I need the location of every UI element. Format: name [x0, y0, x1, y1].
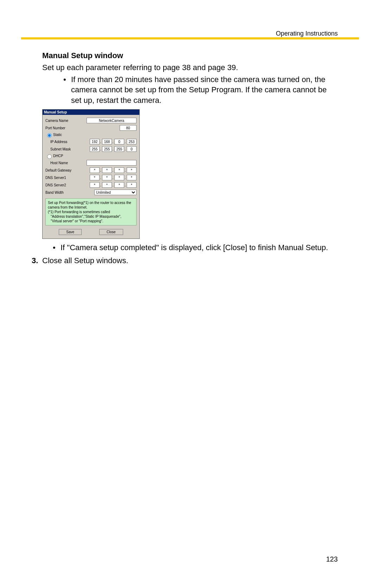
subnet-mask-label: Subnet Mask — [50, 147, 89, 151]
host-name-label: Host Name — [50, 161, 87, 165]
default-gateway-label: Default Gateway — [45, 168, 89, 172]
note-line: "Virtual server" or "Port mapping". — [48, 219, 134, 223]
step-3: 3. Close all Setup windows. — [32, 256, 338, 265]
sn-oct1[interactable] — [90, 146, 100, 152]
dhcp-radio[interactable] — [47, 154, 52, 159]
dns1-oct1[interactable] — [90, 175, 100, 180]
bullet-text: If more than 20 minutes have passed sinc… — [71, 74, 338, 106]
band-width-select[interactable]: Unlimited — [94, 190, 137, 195]
bottom-bullets: • If "Camera setup completed" is display… — [53, 242, 338, 253]
sn-oct4[interactable] — [127, 146, 137, 152]
dns1-oct4[interactable] — [127, 175, 137, 180]
bullet-dot: • — [63, 74, 71, 106]
running-header: Operating Instructions — [276, 30, 338, 37]
sn-oct3[interactable] — [114, 146, 124, 152]
gw-oct3[interactable] — [114, 167, 124, 173]
gw-oct1[interactable] — [90, 167, 100, 173]
host-name-field[interactable] — [87, 160, 137, 166]
ip-address-label: IP Address — [50, 140, 89, 144]
bullet-text: If "Camera setup completed" is displayed… — [61, 242, 328, 253]
dns1-oct2[interactable] — [102, 175, 112, 180]
camera-name-field[interactable] — [87, 118, 137, 123]
static-label: Static — [53, 133, 62, 137]
step-number: 3. — [32, 256, 42, 265]
static-radio[interactable] — [47, 133, 52, 138]
dns2-label: DNS Server2 — [45, 183, 89, 187]
dns2-oct2[interactable] — [102, 182, 112, 188]
document-page: Operating Instructions Manual Setup wind… — [0, 0, 380, 588]
note-line: (*1) Port forwarding is sometimes called — [48, 210, 134, 214]
port-number-label: Port Number — [45, 126, 87, 130]
port-number-field[interactable] — [120, 125, 137, 131]
page-content: Manual Setup window Set up each paramete… — [21, 51, 359, 265]
dialog-titlebar: Manual Setup — [43, 110, 139, 115]
gw-oct4[interactable] — [127, 167, 137, 173]
page-number: 123 — [326, 555, 338, 563]
note-line: Set up Port forwarding(*1) on the router… — [48, 200, 134, 210]
band-width-label: Band Width — [45, 191, 94, 194]
gw-oct2[interactable] — [102, 167, 112, 173]
dns1-oct3[interactable] — [114, 175, 124, 180]
dns1-label: DNS Server1 — [45, 176, 89, 180]
intro-text: Set up each parameter referring to page … — [42, 62, 338, 73]
dns2-oct4[interactable] — [127, 182, 137, 188]
ip-oct3[interactable] — [114, 139, 124, 144]
dns2-oct3[interactable] — [114, 182, 124, 188]
bullet-dot: • — [53, 242, 61, 253]
dhcp-label: DHCP — [53, 154, 63, 158]
bullet-item: • If more than 20 minutes have passed si… — [63, 74, 338, 106]
close-button[interactable]: Close — [99, 229, 123, 235]
header-rule — [21, 37, 359, 39]
camera-name-label: Camera Name — [45, 119, 87, 123]
ip-oct4[interactable] — [127, 139, 137, 144]
ip-oct2[interactable] — [102, 139, 112, 144]
note-line: "Address translation","Static IP Masquer… — [48, 214, 134, 219]
top-bullets: • If more than 20 minutes have passed si… — [63, 74, 338, 106]
bullet-item: • If "Camera setup completed" is display… — [53, 242, 338, 253]
port-forwarding-note: Set up Port forwarding(*1) on the router… — [45, 198, 137, 225]
sn-oct2[interactable] — [102, 146, 112, 152]
section-title: Manual Setup window — [42, 51, 338, 60]
ip-oct1[interactable] — [90, 139, 100, 144]
dns2-oct1[interactable] — [90, 182, 100, 188]
save-button[interactable]: Save — [59, 229, 82, 235]
step-text: Close all Setup windows. — [42, 256, 128, 265]
manual-setup-dialog: Manual Setup Camera Name Port Number Sta… — [42, 109, 140, 239]
